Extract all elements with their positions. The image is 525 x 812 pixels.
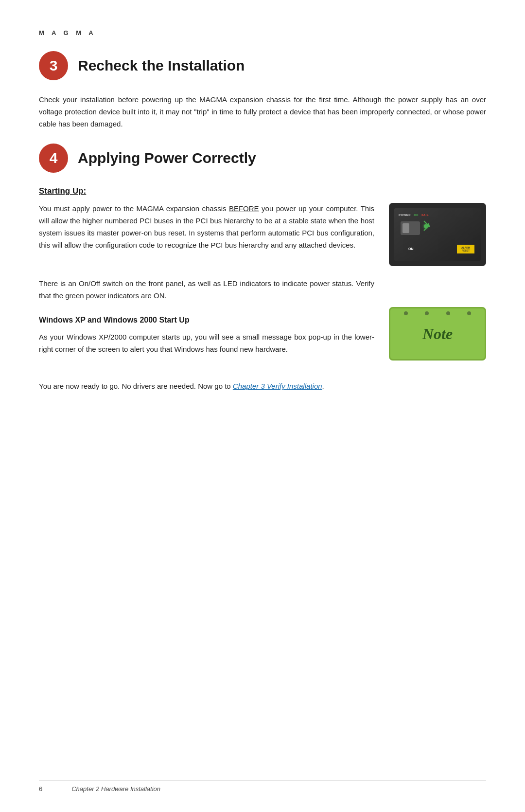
brand-header: M A G M A [39,29,486,36]
fail-label: FAIL [421,214,429,217]
starting-up-body: You must apply power to the MAGMA expans… [39,203,374,251]
alarm-box: ALARMRESET [457,245,474,253]
section3-title: Recheck the Installation [78,57,245,74]
device-labels: POWER OK FAIL [399,214,429,217]
section3-body: Check your installation before powering … [39,94,486,130]
windows-title: Windows XP and Windows 2000 Start Up [39,316,374,325]
footer: 6 Chapter 2 Hardware Installation [39,780,486,793]
screw-3 [446,311,450,315]
svg-line-1 [424,226,429,231]
page: M A G M A 3 Recheck the Installation Che… [0,0,525,812]
note-text-image: Note [422,325,453,343]
onoff-body: There is an On/Off switch on the front p… [39,278,374,302]
screw-4 [467,311,471,315]
alarm-text: ALARMRESET [461,246,470,252]
onoff-section: There is an On/Off switch on the front p… [39,278,486,369]
closing-post: . [322,382,324,390]
section4-title: Applying Power Correctly [78,150,256,166]
power-switch-image: POWER OK FAIL ON [389,203,486,266]
on-label: ON [408,247,414,251]
switch-body [401,221,420,235]
section3-badge: 3 [39,51,68,80]
onoff-text-col: There is an On/Off switch on the front p… [39,278,374,369]
footer-content: 6 Chapter 2 Hardware Installation [39,780,486,793]
svg-line-0 [424,221,429,226]
section4-badge: 4 [39,144,68,173]
ok-label: OK [414,214,419,217]
section4-header: 4 Applying Power Correctly [39,144,486,173]
arrow-indicators [419,218,434,233]
note-image: Note [389,307,486,361]
chapter3-link[interactable]: Chapter 3 Verify Installation [233,382,322,390]
note-screws [390,311,485,315]
device-inner: POWER OK FAIL ON [394,208,481,261]
page-number: 6 [39,785,42,793]
note-image-col: Note [389,307,486,361]
windows-body: As your Windows XP/2000 computer starts … [39,331,374,356]
section3-header: 3 Recheck the Installation [39,51,486,80]
screw-2 [425,311,429,315]
starting-up-text-col: You must apply power to the MAGMA expans… [39,203,374,260]
before-text: BEFORE [229,204,259,213]
device-image-col: POWER OK FAIL ON [389,203,486,266]
closing-text: You are now ready to go. No drivers are … [39,380,486,393]
screw-1 [404,311,408,315]
closing-pre: You are now ready to go. No drivers are … [39,382,233,390]
footer-chapter-info: Chapter 2 Hardware Installation [71,785,160,793]
power-label: POWER [399,214,411,217]
starting-up-title: Starting Up: [39,186,486,196]
starting-up-section: You must apply power to the MAGMA expans… [39,203,486,266]
switch-toggle [402,223,409,233]
